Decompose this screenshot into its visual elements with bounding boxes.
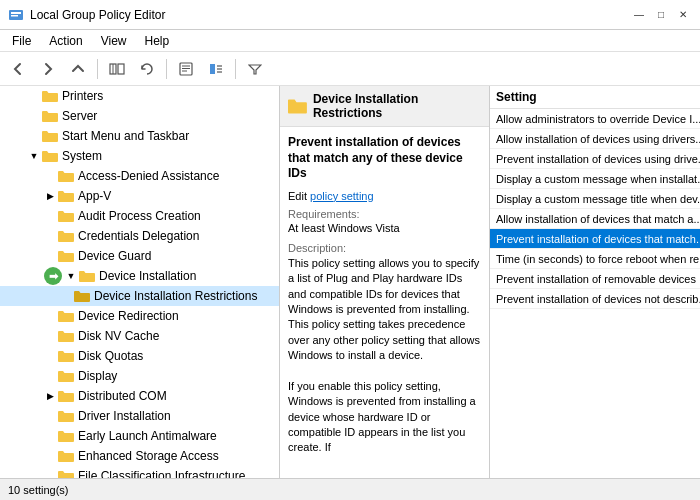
- up-button[interactable]: [64, 55, 92, 83]
- tree-item-driver-installation[interactable]: Driver Installation: [0, 406, 279, 426]
- setting-item-1[interactable]: Allow installation of devices using driv…: [490, 129, 700, 149]
- status-text: 10 setting(s): [8, 484, 69, 496]
- expand-arrow-device-redirection: [44, 310, 56, 322]
- forward-icon: [41, 62, 55, 76]
- tree-item-cred-delegation[interactable]: Credentials Delegation: [0, 226, 279, 246]
- folder-icon-disk-quotas: [58, 349, 74, 363]
- setting-item-4[interactable]: Display a custom message title when dev.…: [490, 189, 700, 209]
- tree-item-startmenu[interactable]: Start Menu and Taskbar: [0, 126, 279, 146]
- expand-arrow-enhanced-storage: [44, 450, 56, 462]
- menu-bar: File Action View Help: [0, 30, 700, 52]
- tree-label-appv: App-V: [78, 189, 111, 203]
- window-title: Local Group Policy Editor: [30, 8, 165, 22]
- tree-label-device-installation: Device Installation: [99, 269, 196, 283]
- show-hide-button[interactable]: [103, 55, 131, 83]
- tree-item-disk-quotas[interactable]: Disk Quotas: [0, 346, 279, 366]
- tree-label-access-denied: Access-Denied Assistance: [78, 169, 219, 183]
- forward-button[interactable]: [34, 55, 62, 83]
- folder-icon-server: [42, 109, 58, 123]
- folder-icon-display: [58, 369, 74, 383]
- expand-arrow-appv[interactable]: ▶: [44, 190, 56, 202]
- tree-item-printers[interactable]: Printers: [0, 86, 279, 106]
- tree-label-display: Display: [78, 369, 117, 383]
- folder-icon-appv: [58, 189, 74, 203]
- tree-item-distributed-com[interactable]: ▶ Distributed COM: [0, 386, 279, 406]
- status-bar: 10 setting(s): [0, 478, 700, 500]
- tree-item-system[interactable]: ▼ System: [0, 146, 279, 166]
- menu-help[interactable]: Help: [137, 32, 178, 50]
- setting-item-3[interactable]: Display a custom message when installat.…: [490, 169, 700, 189]
- title-bar-left: Local Group Policy Editor: [8, 7, 165, 23]
- tree-item-appv[interactable]: ▶ App-V: [0, 186, 279, 206]
- expand-arrow-device-installation[interactable]: ▼: [65, 270, 77, 282]
- refresh-button[interactable]: [133, 55, 161, 83]
- tree-item-enhanced-storage[interactable]: Enhanced Storage Access: [0, 446, 279, 466]
- expand-arrow-server: [28, 110, 40, 122]
- setting-item-2[interactable]: Prevent installation of devices using dr…: [490, 149, 700, 169]
- tree-item-access-denied[interactable]: Access-Denied Assistance: [0, 166, 279, 186]
- policy-content: Prevent installation of devices that mat…: [280, 127, 489, 464]
- folder-icon-device-guard: [58, 249, 74, 263]
- tree-label-dir: Device Installation Restrictions: [94, 289, 257, 303]
- tree-label-device-guard: Device Guard: [78, 249, 151, 263]
- tree-label-cred-delegation: Credentials Delegation: [78, 229, 199, 243]
- middle-panel-header: Device Installation Restrictions: [280, 86, 489, 127]
- setting-item-5[interactable]: Allow installation of devices that match…: [490, 209, 700, 229]
- toolbar-separator-3: [235, 59, 236, 79]
- expand-arrow-driver-installation: [44, 410, 56, 422]
- expand-arrow-distributed-com[interactable]: ▶: [44, 390, 56, 402]
- policy-setting-link[interactable]: policy setting: [310, 190, 374, 202]
- tree-label-audit: Audit Process Creation: [78, 209, 201, 223]
- setting-item-6[interactable]: Prevent installation of devices that mat…: [490, 229, 700, 249]
- properties-button[interactable]: [172, 55, 200, 83]
- expand-arrow-early-launch: [44, 430, 56, 442]
- tree-label-file-classification: File Classification Infrastructure: [78, 469, 245, 478]
- menu-file[interactable]: File: [4, 32, 39, 50]
- window-controls[interactable]: — □ ✕: [630, 6, 692, 24]
- tree-item-device-guard[interactable]: Device Guard: [0, 246, 279, 266]
- folder-icon-device-installation: [79, 269, 95, 283]
- tree-label-system: System: [62, 149, 102, 163]
- refresh-icon: [140, 62, 154, 76]
- middle-panel-folder-icon: [288, 97, 307, 115]
- toolbar-separator-1: [97, 59, 98, 79]
- maximize-button[interactable]: □: [652, 6, 670, 24]
- expand-arrow-file-classification: [44, 470, 56, 478]
- menu-action[interactable]: Action: [41, 32, 90, 50]
- minimize-button[interactable]: —: [630, 6, 648, 24]
- setting-item-7[interactable]: Time (in seconds) to force reboot when r…: [490, 249, 700, 269]
- folder-icon-cred-delegation: [58, 229, 74, 243]
- expand-arrow-system[interactable]: ▼: [28, 150, 40, 162]
- tree-item-early-launch[interactable]: Early Launch Antimalware: [0, 426, 279, 446]
- setting-item-8[interactable]: Prevent installation of removable device…: [490, 269, 700, 289]
- expand-arrow-cred-delegation: [44, 230, 56, 242]
- tree-item-display[interactable]: Display: [0, 366, 279, 386]
- tree-item-file-classification[interactable]: File Classification Infrastructure: [0, 466, 279, 478]
- expand-arrow-display: [44, 370, 56, 382]
- close-button[interactable]: ✕: [674, 6, 692, 24]
- requirements-value: At least Windows Vista: [288, 222, 481, 234]
- right-panel-header: Setting: [490, 86, 700, 109]
- tree-item-disk-nv-cache[interactable]: Disk NV Cache: [0, 326, 279, 346]
- tree-item-server[interactable]: Server: [0, 106, 279, 126]
- svg-rect-10: [210, 64, 215, 74]
- tree-item-device-redirection[interactable]: Device Redirection: [0, 306, 279, 326]
- right-panel: Setting Allow administrators to override…: [490, 86, 700, 478]
- expand-arrow-disk-nv-cache: [44, 330, 56, 342]
- nav-arrow-device-installation[interactable]: ➡: [44, 267, 62, 285]
- setting-item-0[interactable]: Allow administrators to override Device …: [490, 109, 700, 129]
- tree-panel[interactable]: Printers Server Start Menu and Taskbar ▼…: [0, 86, 280, 478]
- folder-icon-disk-nv-cache: [58, 329, 74, 343]
- tree-label-disk-quotas: Disk Quotas: [78, 349, 143, 363]
- filter-button[interactable]: [241, 55, 269, 83]
- setting-item-9[interactable]: Prevent installation of devices not desc…: [490, 289, 700, 309]
- expand-arrow-startmenu: [28, 130, 40, 142]
- menu-view[interactable]: View: [93, 32, 135, 50]
- extended-view-button[interactable]: [202, 55, 230, 83]
- tree-item-audit[interactable]: Audit Process Creation: [0, 206, 279, 226]
- back-button[interactable]: [4, 55, 32, 83]
- expand-arrow-device-guard: [44, 250, 56, 262]
- tree-item-device-installation[interactable]: ➡ ▼ Device Installation: [0, 266, 279, 286]
- tree-item-device-installation-restrictions[interactable]: Device Installation Restrictions: [0, 286, 279, 306]
- middle-panel-title: Device Installation Restrictions: [313, 92, 481, 120]
